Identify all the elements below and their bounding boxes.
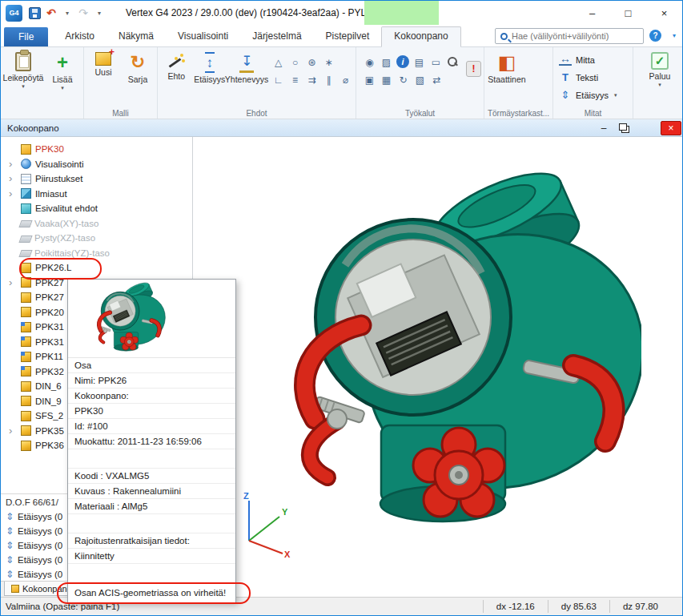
tab-pistepilvet[interactable]: Pistepilvet xyxy=(314,27,382,46)
angle-constraint-icon[interactable]: △ xyxy=(271,54,286,70)
tree-expand-arrow-icon[interactable]: › xyxy=(9,159,19,169)
help-caret-icon[interactable]: ▾ xyxy=(673,32,676,39)
help-icon[interactable]: ? xyxy=(649,30,661,42)
component-icon[interactable]: ▣ xyxy=(362,72,377,87)
part-thumbnail xyxy=(68,280,235,358)
big-button-yhtenevyys[interactable]: ↧Yhtenevyys xyxy=(227,50,267,106)
small-button-et-isyys[interactable]: ⇕Etäisyys▾ xyxy=(556,87,620,103)
big-button-et-isyys[interactable]: ↕Etäisyys xyxy=(194,50,227,106)
rotate-icon[interactable]: ↻ xyxy=(396,72,411,87)
circle-constraint-icon[interactable]: ○ xyxy=(287,54,303,70)
chevron-down-icon: ▾ xyxy=(658,82,661,88)
parallel-arrows-constraint-icon[interactable]: ⇉ xyxy=(304,72,319,87)
diameter-constraint-icon[interactable]: ⌀ xyxy=(338,72,353,87)
perpendicular-constraint-icon[interactable]: ∟ xyxy=(271,72,286,87)
tab-j-rjestelm[interactable]: Järjestelmä xyxy=(240,27,313,46)
big-button-paluu[interactable]: ✓Paluu▾ xyxy=(640,50,680,106)
tree-item-ilmiasut[interactable]: ›Ilmiasut xyxy=(1,187,192,202)
window-title: Vertex G4 2023 / 29.0.00 (dev) (r190424-… xyxy=(126,7,372,18)
tree-item-esivalitut-ehdot[interactable]: Esivalitut ehdot xyxy=(1,201,192,216)
tree-item-label: PPK31 xyxy=(35,337,64,347)
undo-icon[interactable]: ↶ xyxy=(46,6,57,20)
doc-restore-button[interactable] xyxy=(614,121,635,135)
equal-constraint-icon[interactable]: ≡ xyxy=(287,72,303,87)
axis-y-label: Y xyxy=(282,507,288,517)
small-button-mitta[interactable]: ↔Mitta xyxy=(556,51,620,68)
small-button-teksti[interactable]: TTeksti xyxy=(556,69,620,86)
tab-arkisto[interactable]: Arkisto xyxy=(53,27,106,46)
search-input[interactable] xyxy=(512,31,640,41)
big-button-ehto[interactable]: Ehto xyxy=(160,50,193,106)
big-button-staattinen[interactable]: ◧Staattinen xyxy=(487,50,527,106)
tree-expand-arrow-icon[interactable]: › xyxy=(9,278,19,288)
3d-viewport[interactable]: Z Y X xyxy=(193,137,682,597)
ribbon-group-t-rm-ystarkast: ◧StaattinenTörmäystarkast... xyxy=(484,47,553,119)
tab-file[interactable]: File xyxy=(4,27,48,46)
new-part-icon xyxy=(95,52,111,66)
parallel-constraint-icon[interactable]: ∥ xyxy=(321,72,336,87)
tree-item-pysty-xz-taso[interactable]: Pysty(XZ)-taso xyxy=(1,231,192,246)
big-button-uusi[interactable]: Uusi xyxy=(86,50,120,106)
big-button-lis[interactable]: +Lisää▾ xyxy=(44,50,81,106)
save-icon[interactable] xyxy=(29,7,41,19)
swap-icon[interactable]: ⇄ xyxy=(429,72,444,87)
part-icon xyxy=(21,381,31,392)
wand-icon xyxy=(167,52,186,70)
tree-expand-arrow-icon[interactable]: › xyxy=(9,426,19,436)
ribbon-group-g1: Leikepöytä▾+Lisää▾ xyxy=(1,47,84,119)
tree-root-ppk30[interactable]: PPK30 xyxy=(1,142,192,157)
button-label: Lisää xyxy=(52,74,72,84)
tree-item-poikittais-yz-taso[interactable]: Poikittais(YZ)-taso xyxy=(1,246,192,261)
tree-expand-arrow-icon[interactable]: › xyxy=(9,189,19,199)
3d-model-valve[interactable] xyxy=(241,169,641,546)
tree-item-vaaka-xy-taso[interactable]: Vaaka(XY)-taso xyxy=(1,216,192,232)
capture-icon[interactable]: ◉ xyxy=(362,54,377,70)
symmetry-constraint-icon[interactable]: ⊛ xyxy=(304,54,319,70)
button-label: Sarja xyxy=(128,74,148,84)
grid-icon[interactable]: ▦ xyxy=(379,72,394,87)
small-icon-grid: △○⊛∗∟≡⇉∥⌀ xyxy=(271,50,353,87)
tree-item-ppk26-l[interactable]: PPK26.L xyxy=(1,260,192,276)
undo-caret-icon[interactable]: ▾ xyxy=(62,6,73,20)
tab-n-kym[interactable]: Näkymä xyxy=(106,27,166,46)
redo-icon[interactable]: ↷ xyxy=(78,6,89,20)
toolbar-caret-icon[interactable]: ▾ xyxy=(94,6,105,20)
ribbon-group-ty-kalut: ◉▨i▤▭▣▦↻▧⇄!Työkalut xyxy=(356,47,484,119)
info-icon[interactable]: i xyxy=(396,55,409,68)
tab-kokoonpano[interactable]: Kokoonpano xyxy=(381,26,460,47)
part-icon xyxy=(21,396,31,406)
shading-icon[interactable]: ▨ xyxy=(379,54,394,70)
warning-icon[interactable]: ! xyxy=(466,61,481,77)
zoom-icon[interactable] xyxy=(445,54,460,70)
small-icon-row: △○⊛∗ xyxy=(271,54,353,70)
pattern-constraint-icon[interactable]: ∗ xyxy=(321,54,336,70)
part-icon xyxy=(21,411,31,421)
status-coordinate: dy 85.63 xyxy=(548,600,609,613)
document-window-controls: – × xyxy=(593,119,682,136)
app-logo-icon[interactable]: G4 xyxy=(6,5,22,22)
tree-expand-arrow-icon[interactable]: › xyxy=(9,174,19,183)
doc-minimize-button[interactable]: – xyxy=(593,121,614,135)
tree-item-piirustukset[interactable]: ›Piirustukset xyxy=(1,171,192,187)
ribbon-tab-bar: File ArkistoNäkymäVisualisointiJärjestel… xyxy=(1,25,682,47)
hatch-icon[interactable]: ▧ xyxy=(412,72,428,87)
annotation-highlight-region xyxy=(364,1,439,25)
button-label: Paluu xyxy=(649,71,671,81)
big-button-leikep-yt[interactable]: Leikepöytä▾ xyxy=(3,50,43,106)
minimize-button[interactable]: – xyxy=(574,1,610,25)
panel-icon[interactable]: ▤ xyxy=(412,54,427,70)
doc-close-button[interactable]: × xyxy=(661,121,681,135)
close-button[interactable]: × xyxy=(646,1,682,25)
tree-item-visualisointi[interactable]: ›Visualisointi xyxy=(1,157,192,172)
part-icon xyxy=(21,425,31,436)
document-titlebar: Kokoonpano – × xyxy=(1,119,682,137)
tooltip-row: Kiinnitetty xyxy=(68,549,235,564)
big-button-sarja[interactable]: ↻Sarja xyxy=(121,50,155,106)
tree-item-label: PPK27 xyxy=(35,278,64,288)
button-label: Teksti xyxy=(576,73,598,83)
maximize-button[interactable]: □ xyxy=(610,1,646,25)
tab-visualisointi[interactable]: Visualisointi xyxy=(166,27,240,46)
frame-icon[interactable]: ▭ xyxy=(428,54,444,70)
tree-item-label: PPK30 xyxy=(35,144,64,154)
status-coordinates: dx -12.16dy 85.63dz 97.80 xyxy=(483,600,671,613)
